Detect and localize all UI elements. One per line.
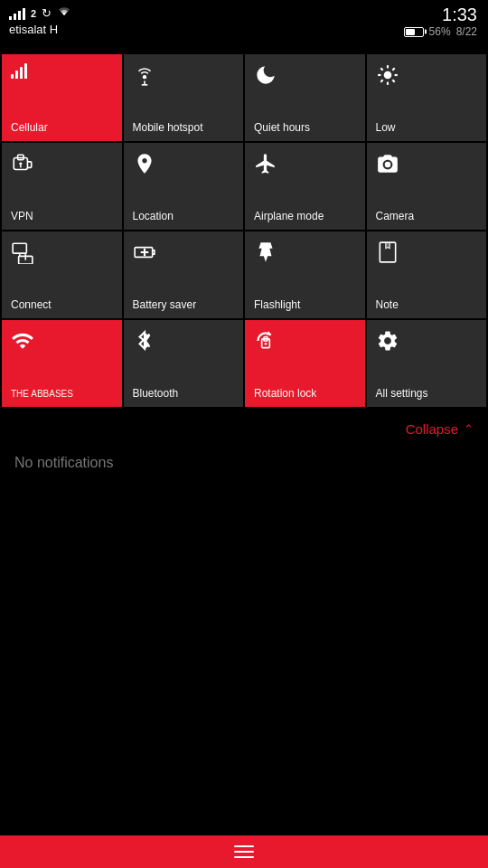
- status-right: 1:33 56% 8/22: [404, 5, 477, 38]
- brightness-icon: [376, 63, 399, 90]
- rotation-lock-label: Rotation lock: [254, 387, 316, 400]
- connect-label: Connect: [11, 298, 52, 311]
- mobile-hotspot-label: Mobile hotspot: [133, 121, 203, 134]
- tile-wifi[interactable]: THE ABBASES: [2, 320, 122, 407]
- collapse-label: Collapse: [406, 421, 458, 437]
- connect-icon: [11, 241, 34, 268]
- vpn-label: VPN: [11, 210, 33, 222]
- tile-note[interactable]: Note: [367, 231, 487, 318]
- signal-icon: [9, 7, 25, 20]
- wifi-tile-icon: [11, 329, 34, 356]
- wifi-label: THE ABBASES: [11, 389, 73, 400]
- camera-icon: [376, 152, 399, 179]
- no-notifications-label: No notifications: [14, 455, 113, 470]
- cellular-icon: [11, 63, 27, 79]
- all-settings-label: All settings: [376, 387, 428, 400]
- tile-camera[interactable]: Camera: [367, 143, 487, 230]
- svg-point-14: [384, 162, 390, 168]
- network-type-icon: 2: [31, 8, 36, 19]
- sync-icon: ↻: [42, 6, 52, 20]
- status-left: 2 ↻ etisalat H: [9, 5, 71, 36]
- svg-line-9: [380, 80, 382, 81]
- note-label: Note: [376, 298, 399, 311]
- tile-mobile-hotspot[interactable]: Mobile hotspot: [124, 54, 244, 141]
- tile-all-settings[interactable]: All settings: [367, 320, 487, 407]
- carrier-label: etisalat H: [9, 23, 71, 36]
- battery-row: 56% 8/22: [404, 25, 477, 38]
- time-display: 1:33: [442, 5, 477, 24]
- collapse-row: Collapse ⌃: [0, 409, 488, 446]
- svg-line-7: [392, 80, 394, 81]
- svg-rect-15: [13, 243, 26, 253]
- tile-bluetooth[interactable]: Bluetooth: [124, 320, 244, 407]
- location-icon: [133, 152, 156, 179]
- tile-cellular[interactable]: Cellular: [2, 54, 122, 141]
- quick-settings-grid: Cellular Mobile hotspot Quiet hours: [0, 52, 488, 409]
- tile-vpn[interactable]: VPN: [2, 143, 122, 230]
- brightness-label: Low: [376, 121, 396, 134]
- camera-label: Camera: [376, 210, 415, 222]
- bluetooth-label: Bluetooth: [133, 387, 179, 400]
- tile-airplane-mode[interactable]: Airplane mode: [245, 143, 365, 230]
- date-display: 8/22: [456, 25, 477, 38]
- vpn-icon: [11, 152, 34, 179]
- settings-icon: [376, 329, 399, 356]
- tile-battery-saver[interactable]: Battery saver: [124, 231, 244, 318]
- tile-connect[interactable]: Connect: [2, 231, 122, 318]
- svg-line-8: [392, 68, 394, 70]
- cellular-label: Cellular: [11, 121, 48, 134]
- notifications-area: No notifications: [0, 446, 488, 480]
- battery-saver-icon: [133, 241, 156, 268]
- collapse-button[interactable]: Collapse ⌃: [406, 421, 474, 437]
- svg-point-23: [265, 343, 267, 345]
- svg-line-6: [380, 68, 382, 70]
- flashlight-icon: [254, 241, 277, 268]
- tile-location[interactable]: Location: [124, 143, 244, 230]
- svg-point-12: [19, 162, 22, 165]
- airplane-icon: [254, 152, 277, 179]
- status-bar: 2 ↻ etisalat H 1:33 56% 8/22: [0, 0, 488, 47]
- airplane-mode-label: Airplane mode: [254, 210, 324, 222]
- battery-icon: [404, 27, 424, 37]
- svg-point-0: [142, 75, 145, 79]
- moon-icon: [254, 63, 277, 90]
- quiet-hours-label: Quiet hours: [254, 121, 310, 134]
- flashlight-label: Flashlight: [254, 298, 300, 311]
- hotspot-icon: [133, 63, 156, 90]
- collapse-chevron-icon: ⌃: [464, 422, 474, 436]
- tile-quiet-hours[interactable]: Quiet hours: [245, 54, 365, 141]
- battery-percent: 56%: [429, 25, 451, 38]
- bluetooth-icon: [133, 329, 156, 356]
- bottom-bar[interactable]: [0, 835, 488, 868]
- tile-brightness[interactable]: Low: [367, 54, 487, 141]
- status-icons: 2 ↻: [9, 5, 71, 21]
- rotation-lock-icon: [254, 329, 277, 356]
- note-icon: [376, 241, 399, 268]
- location-label: Location: [133, 210, 174, 222]
- wifi-icon: [57, 5, 71, 21]
- svg-point-1: [383, 71, 391, 80]
- battery-saver-label: Battery saver: [133, 298, 197, 311]
- tile-flashlight[interactable]: Flashlight: [245, 231, 365, 318]
- hamburger-icon: [234, 845, 254, 858]
- tile-rotation-lock[interactable]: Rotation lock: [245, 320, 365, 407]
